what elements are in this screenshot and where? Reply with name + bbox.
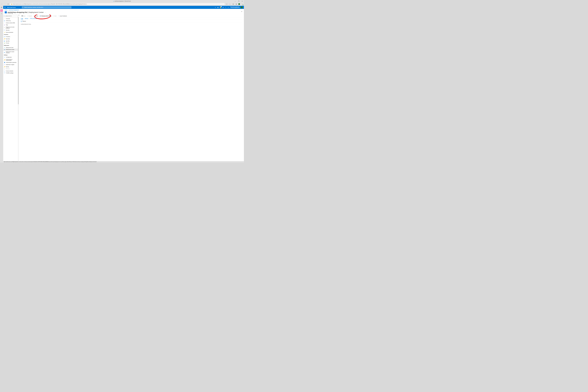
close-window-button[interactable]: ✕: [240, 0, 244, 2]
sidebar-item-custom-domains[interactable]: ▭Custom domains: [3, 70, 18, 72]
refresh-button[interactable]: Refresh: [19, 20, 244, 23]
sidebar-item-deployment-center[interactable]: ◉Deployment Center: [3, 49, 18, 51]
window-title: workshop-shopping-list - Microsoft Azure: [114, 1, 131, 2]
new-tab-icon[interactable]: +: [0, 12, 3, 15]
browser-menu-button[interactable]: ⋯: [241, 3, 243, 5]
azure-header: ☰ Microsoft Azure 🔍 Search resources, se…: [3, 6, 244, 9]
search-icon: 🔍: [22, 7, 24, 8]
resource-sidebar: 🔍 Search (Ctrl+/) ⟐Overview ▤Activity lo…: [3, 14, 18, 162]
search-placeholder: Search resources, services, and docs (G+…: [24, 7, 43, 8]
status-bar: https://portal.azure.com/#@stdntpartners…: [3, 161, 244, 162]
azure-brand[interactable]: Microsoft Azure: [7, 7, 16, 8]
sidebar-item-tls-ssl[interactable]: 🛡TLS/SSL settings: [3, 72, 18, 74]
sidebar-item-identity[interactable]: 🔑Identity: [3, 66, 18, 68]
sidebar-item-deployment-center-classic[interactable]: ◉Deployment Center (Classic): [3, 51, 18, 54]
sidebar-item-backups[interactable]: ☁Backups: [3, 68, 18, 70]
azure-portal: ☰ Microsoft Azure 🔍 Search resources, se…: [3, 6, 244, 162]
heart-icon: ♡: [58, 16, 59, 16]
azure-logo-icon: ▲: [113, 1, 114, 2]
discard-icon: ✕: [27, 16, 28, 16]
loading-message: Loading deployment logs...: [21, 23, 242, 25]
sidebar-search[interactable]: 🔍 Search (Ctrl+/): [4, 15, 18, 17]
sync-icon: ⟳: [53, 16, 54, 16]
sync-button[interactable]: ⟳Sync: [52, 15, 57, 17]
forward-button[interactable]: →: [4, 3, 6, 5]
sidebar-item-configuration[interactable]: ≡Configuration: [3, 56, 18, 58]
feedback-icon[interactable]: ☺: [227, 6, 230, 9]
sidebar-item-app-files[interactable]: ▣App files: [3, 40, 18, 42]
help-icon[interactable]: ?: [224, 6, 227, 9]
save-icon: 💾: [22, 16, 23, 16]
vertical-tabs-icon[interactable]: ▥: [0, 6, 3, 9]
sidebar-item-app-insights[interactable]: ◈Application Insights: [3, 64, 18, 66]
browse-icon: ↗: [34, 16, 34, 16]
refresh-icon: [21, 21, 22, 22]
sidebar-item-diagnose[interactable]: ✎Diagnose and solve problems: [3, 26, 18, 29]
profile-avatar[interactable]: [238, 3, 240, 5]
refresh-button[interactable]: ⟳: [7, 3, 9, 5]
url-text: https://portal.azure.com/#@stdntpartners…: [13, 4, 88, 5]
tab-azure-icon[interactable]: A: [0, 10, 2, 12]
settings-icon[interactable]: ⚙: [222, 6, 224, 9]
extensions-icon[interactable]: ✿: [235, 3, 238, 5]
discard-button[interactable]: ✕Discard: [26, 15, 33, 17]
sidebar-item-deployment-slots[interactable]: ⇅Deployment slots: [3, 46, 18, 49]
search-icon: 🔍: [4, 16, 6, 16]
breadcrumb-sep: ›: [8, 10, 8, 10]
favorites-icon[interactable]: ☆: [229, 3, 231, 5]
read-aloud-icon[interactable]: ✩: [226, 3, 228, 5]
directory-filter-icon[interactable]: ▦: [217, 6, 219, 9]
close-blade-button[interactable]: ✕: [241, 11, 242, 12]
minimize-button[interactable]: —: [234, 0, 237, 2]
sidebar-item-events[interactable]: ⚡Events (preview): [3, 31, 18, 34]
sidebar-group-functions: Functions: [3, 34, 18, 36]
breadcrumb-current[interactable]: workshop-shopping-list: [9, 10, 19, 10]
sidebar-item-proxies[interactable]: ⇄Proxies: [3, 42, 18, 44]
account-avatar[interactable]: [241, 6, 243, 8]
document-icon: 🗎: [40, 16, 41, 16]
sidebar-item-app-keys[interactable]: 🔑App keys: [3, 38, 18, 40]
address-bar[interactable]: 🔒 https://portal.azure.com/#@stdntpartne…: [10, 3, 224, 5]
breadcrumb: Home › workshop-shopping-list: [3, 9, 244, 11]
window-titlebar: ▲ workshop-shopping-list - Microsoft Azu…: [0, 0, 244, 2]
cloud-shell-icon[interactable]: ⎚: [214, 6, 217, 9]
save-button[interactable]: 💾Save: [21, 15, 26, 17]
toolbar: 💾Save ✕Discard ↗Browse 🗎Manage publish p…: [19, 14, 244, 18]
browser-left-rail: ▥ A +: [0, 6, 3, 162]
back-button[interactable]: ←: [1, 3, 3, 5]
page-title: workshop-shopping-list | Deployment Cent…: [8, 11, 44, 13]
sidebar-item-overview[interactable]: ⟐Overview: [3, 18, 18, 20]
lock-icon: 🔒: [11, 4, 12, 5]
sidebar-item-auth-preview[interactable]: 👤Authentication (preview): [3, 61, 18, 64]
azure-search[interactable]: 🔍 Search resources, services, and docs (…: [22, 6, 72, 8]
sidebar-group-settings: Settings: [3, 54, 18, 56]
sidebar-scrollbar[interactable]: [18, 17, 18, 104]
notifications-icon[interactable]: 🔔1: [219, 6, 222, 9]
leave-feedback-button[interactable]: ♡Leave Feedback: [58, 15, 68, 17]
sidebar-item-auth-authorization[interactable]: 🔑Authentication / Authorization: [3, 58, 18, 61]
hamburger-menu[interactable]: ☰: [4, 7, 6, 8]
collections-icon[interactable]: ⊞: [232, 3, 234, 5]
sidebar-item-security[interactable]: 🛡Security: [3, 29, 18, 32]
sidebar-item-functions[interactable]: {ƒ}Functions: [3, 36, 18, 38]
tabs: Logs Settings FTPS credentials: [19, 18, 244, 20]
sidebar-item-tags[interactable]: ◆Tags: [3, 24, 18, 26]
tab-ftps-credentials[interactable]: FTPS credentials: [30, 18, 38, 20]
browser-toolbar: ← → ⟳ 🔒 https://portal.azure.com/#@stdnt…: [0, 2, 244, 6]
account-info[interactable]: Malte.Reimann@studen… STUDENT AMBASSADOR…: [230, 6, 240, 8]
manage-publish-profile-button[interactable]: 🗎Manage publish profile: [39, 15, 52, 17]
maximize-button[interactable]: ❐: [237, 0, 240, 2]
main-content: 💾Save ✕Discard ↗Browse 🗎Manage publish p…: [19, 14, 244, 162]
function-app-icon: [5, 11, 7, 14]
account-tenant: STUDENT AMBASSADORS: [230, 8, 240, 8]
breadcrumb-home[interactable]: Home: [5, 10, 7, 10]
notification-badge: 1: [221, 6, 222, 7]
tab-settings[interactable]: Settings: [25, 18, 28, 20]
sidebar-item-access-control[interactable]: ᴬAccess control (IAM): [3, 22, 18, 24]
tab-logs[interactable]: Logs: [21, 18, 23, 20]
sidebar-item-activity-log[interactable]: ▤Activity log: [3, 20, 18, 22]
sidebar-group-deployment: Deployment: [3, 44, 18, 46]
title-more-button[interactable]: …: [45, 12, 46, 13]
page-title-row: workshop-shopping-list | Deployment Cent…: [3, 11, 244, 14]
browse-button[interactable]: ↗Browse: [33, 15, 39, 17]
